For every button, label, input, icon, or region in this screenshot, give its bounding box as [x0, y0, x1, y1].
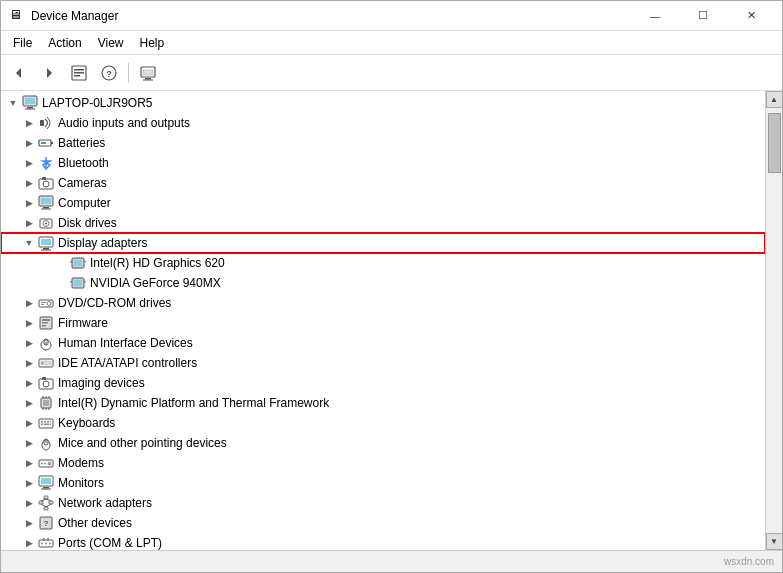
tree-root[interactable]: ▼ LAPTOP-0LJR9OR5 [1, 93, 765, 113]
keyboards-toggle[interactable]: ▶ [21, 415, 37, 431]
cameras-toggle[interactable]: ▶ [21, 175, 37, 191]
svg-rect-31 [41, 239, 51, 245]
svg-rect-32 [43, 248, 49, 250]
imaging-toggle[interactable]: ▶ [21, 375, 37, 391]
tree-item-intel-hd[interactable]: ▶ Intel(R) HD Graphics 620 [1, 253, 765, 273]
toolbar-device-manager-button[interactable] [134, 59, 162, 87]
toolbar-forward-button[interactable] [35, 59, 63, 87]
svg-rect-18 [51, 142, 53, 144]
vertical-scrollbar[interactable]: ▲ ▼ [765, 91, 782, 550]
displayadapters-label: Display adapters [58, 236, 147, 250]
tree-item-keyboards[interactable]: ▶ Keyboards [1, 413, 765, 433]
root-toggle[interactable]: ▼ [5, 95, 21, 111]
svg-rect-10 [143, 79, 153, 80]
svg-rect-37 [84, 261, 86, 263]
svg-rect-25 [43, 207, 49, 209]
ide-toggle[interactable]: ▶ [21, 355, 37, 371]
bluetooth-toggle[interactable]: ▶ [21, 155, 37, 171]
tree-item-computer[interactable]: ▶ Computer [1, 193, 765, 213]
tree-item-nvidia[interactable]: ▶ NVIDIA GeForce 940MX [1, 273, 765, 293]
svg-rect-41 [84, 281, 86, 283]
audio-toggle[interactable]: ▶ [21, 115, 37, 131]
scroll-down-arrow[interactable]: ▼ [766, 533, 783, 550]
tree-item-network[interactable]: ▶ Network adapters [1, 493, 765, 513]
bluetooth-label: Bluetooth [58, 156, 109, 170]
firmware-toggle[interactable]: ▶ [21, 315, 37, 331]
dvdcd-toggle[interactable]: ▶ [21, 295, 37, 311]
root-label: LAPTOP-0LJR9OR5 [42, 96, 153, 110]
tree-item-intel-platform[interactable]: ▶ Intel(R) Dynamic Platform and Thermal … [1, 393, 765, 413]
menu-help[interactable]: Help [132, 34, 173, 52]
ports-toggle[interactable]: ▶ [21, 535, 37, 550]
other-toggle[interactable]: ▶ [21, 515, 37, 531]
intel-platform-toggle[interactable]: ▶ [21, 395, 37, 411]
toolbar-back-button[interactable] [5, 59, 33, 87]
svg-rect-16 [40, 120, 44, 126]
modems-toggle[interactable]: ▶ [21, 455, 37, 471]
displayadapters-toggle[interactable]: ▼ [21, 235, 37, 251]
svg-rect-71 [50, 421, 51, 423]
tree-panel[interactable]: ▼ LAPTOP-0LJR9OR5 ▶ [1, 91, 765, 550]
svg-rect-100 [43, 538, 45, 541]
menu-action[interactable]: Action [40, 34, 89, 52]
svg-rect-84 [43, 487, 49, 489]
diskdrives-toggle[interactable]: ▶ [21, 215, 37, 231]
tree-item-other[interactable]: ▶ ? Other devices [1, 513, 765, 533]
tree-item-bluetooth[interactable]: ▶ Bluetooth [1, 153, 765, 173]
menu-file[interactable]: File [5, 34, 40, 52]
menu-bar: File Action View Help [1, 31, 782, 55]
scroll-up-arrow[interactable]: ▲ [766, 91, 783, 108]
tree-item-dvdcd[interactable]: ▶ DVD/CD-ROM drives [1, 293, 765, 313]
tree-item-ports[interactable]: ▶ Ports (COM & LPT) [1, 533, 765, 550]
scroll-thumb[interactable] [768, 113, 781, 173]
svg-rect-36 [70, 261, 72, 263]
network-icon [37, 495, 55, 511]
tree-item-diskdrives[interactable]: ▶ Disk drives [1, 213, 765, 233]
toolbar-help-button[interactable]: ? [95, 59, 123, 87]
mouse-icon [37, 435, 55, 451]
svg-rect-70 [47, 421, 49, 423]
tree-item-imaging[interactable]: ▶ Imaging devices [1, 373, 765, 393]
computer-icon [21, 95, 39, 111]
svg-line-91 [46, 499, 51, 501]
camera-icon [37, 175, 55, 191]
computer-device-icon [37, 195, 55, 211]
computer-toggle[interactable]: ▶ [21, 195, 37, 211]
minimize-button[interactable]: — [632, 1, 678, 31]
svg-rect-68 [41, 421, 43, 423]
svg-point-79 [41, 463, 43, 465]
tree-item-displayadapters[interactable]: ▼ Display adapters [1, 233, 765, 253]
tree-item-firmware[interactable]: ▶ Firmware [1, 313, 765, 333]
svg-rect-35 [74, 260, 82, 266]
modem-icon [37, 455, 55, 471]
batteries-toggle[interactable]: ▶ [21, 135, 37, 151]
svg-line-93 [46, 504, 51, 507]
toolbar-properties-button[interactable] [65, 59, 93, 87]
intel-platform-label: Intel(R) Dynamic Platform and Thermal Fr… [58, 396, 329, 410]
imaging-label: Imaging devices [58, 376, 145, 390]
tree-item-modems[interactable]: ▶ Modems [1, 453, 765, 473]
tree-item-mice[interactable]: ▶ Mice and other pointing devices [1, 433, 765, 453]
nvidia-label: NVIDIA GeForce 940MX [90, 276, 221, 290]
gpu-icon-nvidia [69, 275, 87, 291]
mice-toggle[interactable]: ▶ [21, 435, 37, 451]
network-toggle[interactable]: ▶ [21, 495, 37, 511]
tree-item-audio[interactable]: ▶ Audio inputs and outputs [1, 113, 765, 133]
close-button[interactable]: ✕ [728, 1, 774, 31]
scroll-track[interactable] [766, 108, 782, 533]
monitors-toggle[interactable]: ▶ [21, 475, 37, 491]
tree-item-hid[interactable]: ▶ Human Interface Devices [1, 333, 765, 353]
menu-view[interactable]: View [90, 34, 132, 52]
tree-item-cameras[interactable]: ▶ Cameras [1, 173, 765, 193]
hid-toggle[interactable]: ▶ [21, 335, 37, 351]
svg-rect-89 [44, 507, 48, 510]
tree-item-monitors[interactable]: ▶ Monitors [1, 473, 765, 493]
tree-item-batteries[interactable]: ▶ Batteries [1, 133, 765, 153]
computer-label: Computer [58, 196, 111, 210]
toolbar-separator [128, 63, 129, 83]
content-area: ▼ LAPTOP-0LJR9OR5 ▶ [1, 91, 782, 550]
svg-rect-81 [48, 462, 51, 465]
svg-rect-5 [74, 75, 80, 77]
maximize-button[interactable]: ☐ [680, 1, 726, 31]
tree-item-ide[interactable]: ▶ IDE ATA/ATAPI controllers [1, 353, 765, 373]
